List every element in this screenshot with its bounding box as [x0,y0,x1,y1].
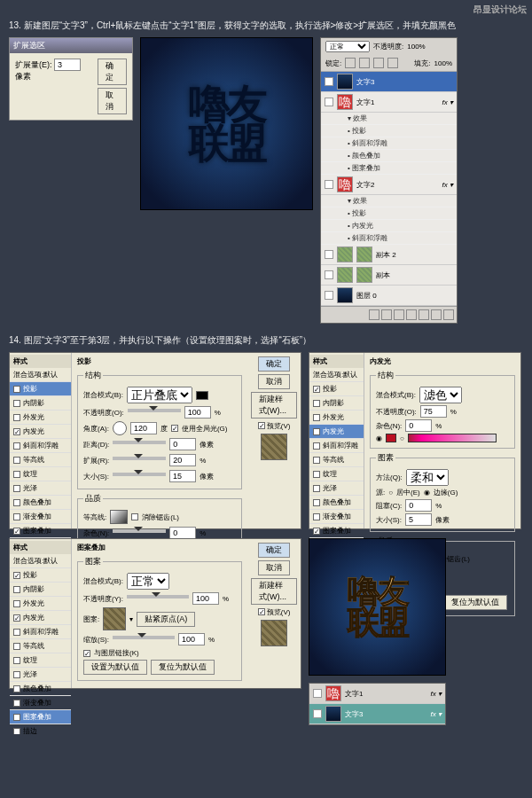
style-bevel[interactable]: 斜面和浮雕 [10,625,71,639]
lock-pixels-icon[interactable] [359,58,370,68]
layer-copy2[interactable]: 副本 2 [321,245,457,265]
fx-bevel[interactable]: • 斜面和浮雕 [321,232,457,245]
cancel-button[interactable]: 取消 [98,88,127,114]
visibility-icon[interactable] [313,709,322,718]
style-inner-glow[interactable]: 内发光 [10,611,71,625]
style-stroke[interactable]: 描边 [10,724,71,734]
fx-icon[interactable] [381,309,392,320]
style-inner-glow[interactable]: 内发光 [10,425,71,439]
style-gradient[interactable]: 渐变叠加 [10,696,71,710]
visibility-icon[interactable] [325,77,333,86]
style-pattern[interactable]: 图案叠加 [10,524,71,538]
choke-input[interactable] [405,499,432,512]
scale-input[interactable] [178,633,205,645]
angle-dial[interactable] [113,421,127,435]
source-center[interactable]: 居中(E) [396,488,420,497]
style-color[interactable]: 颜色叠加 [10,682,71,696]
style-inner-shadow[interactable]: 内阴影 [309,396,364,411]
layer-text2[interactable]: 嚕 文字2 fx ▾ [321,175,457,195]
opacity-input[interactable] [420,405,447,418]
angle-input[interactable] [130,422,157,434]
lock-all-icon[interactable] [387,58,398,68]
visibility-icon[interactable] [325,270,333,279]
fx-inner[interactable]: • 内发光 [321,220,457,232]
style-color[interactable]: 颜色叠加 [309,496,364,510]
fill-value[interactable]: 100% [434,59,452,67]
opacity-input[interactable] [192,592,219,605]
mask-icon[interactable] [394,309,404,320]
pattern-picker[interactable] [103,607,126,630]
blend-select[interactable]: 正片叠底 [127,387,192,403]
style-shadow[interactable]: 投影 [10,382,71,396]
visibility-icon[interactable] [313,689,322,698]
blend-select[interactable]: 正常 [127,573,169,590]
snap-origin-button[interactable]: 贴紧原点(A) [137,612,195,627]
glow-color[interactable] [386,434,396,442]
blend-options[interactable]: 混合选项:默认 [309,368,364,382]
new-layer-icon[interactable] [431,309,442,320]
new-style-button[interactable]: 新建样式(W)... [251,392,297,419]
fx-bevel[interactable]: • 斜面和浮雕 [321,137,457,150]
opacity-value[interactable]: 100% [407,43,425,51]
opacity-slider[interactable] [128,409,181,412]
size-input[interactable] [169,470,196,482]
style-shadow[interactable]: 投影 [309,382,364,396]
style-shadow[interactable]: 投影 [10,568,71,583]
style-color[interactable]: 颜色叠加 [10,496,71,510]
spread-slider[interactable] [113,457,166,460]
style-satin[interactable]: 光泽 [10,668,71,682]
anti-check[interactable] [131,513,138,520]
style-contour[interactable]: 等高线 [10,453,71,467]
style-texture[interactable]: 纹理 [10,467,71,481]
layer-copy[interactable]: 副本 [321,265,457,286]
preview-check[interactable] [258,608,265,615]
style-contour[interactable]: 等高线 [309,453,364,467]
blend-options[interactable]: 混合选项:默认 [10,554,71,568]
style-pattern[interactable]: 图案叠加 [309,524,364,538]
style-pattern[interactable]: 图案叠加 [10,710,71,724]
style-satin[interactable]: 光泽 [309,481,364,496]
style-bevel[interactable]: 斜面和浮雕 [10,439,71,453]
blend-select[interactable]: 滤色 [419,387,462,403]
adjust-icon[interactable] [406,309,417,320]
style-outer-glow[interactable]: 外发光 [10,411,71,425]
style-bevel[interactable]: 斜面和浮雕 [309,439,364,453]
new-style-button[interactable]: 新建样式(W)... [251,578,297,605]
trash-icon[interactable] [443,309,454,320]
noise-input[interactable] [405,419,432,432]
size-slider[interactable] [113,473,166,476]
layer-text1[interactable]: 嚕 文字1 fx ▾ [321,92,457,113]
layer-bg[interactable]: 图层 0 [321,286,457,306]
distance-input[interactable] [169,438,196,450]
noise-slider[interactable] [113,529,166,533]
expand-amount-input[interactable] [54,59,81,71]
layer-text3[interactable]: 文字3 fx ▾ [309,704,445,724]
ok-button[interactable]: 确定 [98,59,127,85]
fx-shadow[interactable]: • 投影 [321,207,457,220]
layer-text1[interactable]: 嚕 文字1 fx ▾ [309,684,445,704]
size-input[interactable] [405,513,432,526]
style-contour[interactable]: 等高线 [10,639,71,653]
style-inner-shadow[interactable]: 内阴影 [10,396,71,411]
cancel-button[interactable]: 取消 [258,374,290,389]
style-satin[interactable]: 光泽 [10,481,71,496]
visibility-icon[interactable] [325,291,333,300]
scale-slider[interactable] [113,636,175,639]
glow-gradient[interactable] [408,434,497,442]
reset-default-button[interactable]: 复位为默认值 [151,660,215,675]
visibility-icon[interactable] [325,98,333,106]
opacity-slider[interactable] [127,595,189,598]
folder-icon[interactable] [419,309,429,320]
style-outer-glow[interactable]: 外发光 [309,411,364,425]
visibility-icon[interactable] [325,250,333,259]
global-check[interactable] [171,425,178,432]
link-check[interactable] [83,650,90,657]
spread-input[interactable] [169,454,196,466]
lock-transparent-icon[interactable] [345,58,356,68]
fx-color[interactable]: • 颜色叠加 [321,150,457,162]
fx-header[interactable]: ▾ 效果 [321,195,457,207]
opacity-input[interactable] [184,406,211,419]
fx-pattern[interactable]: • 图案叠加 [321,162,457,175]
method-select[interactable]: 柔和 [406,469,449,486]
noise-input[interactable] [169,527,196,539]
